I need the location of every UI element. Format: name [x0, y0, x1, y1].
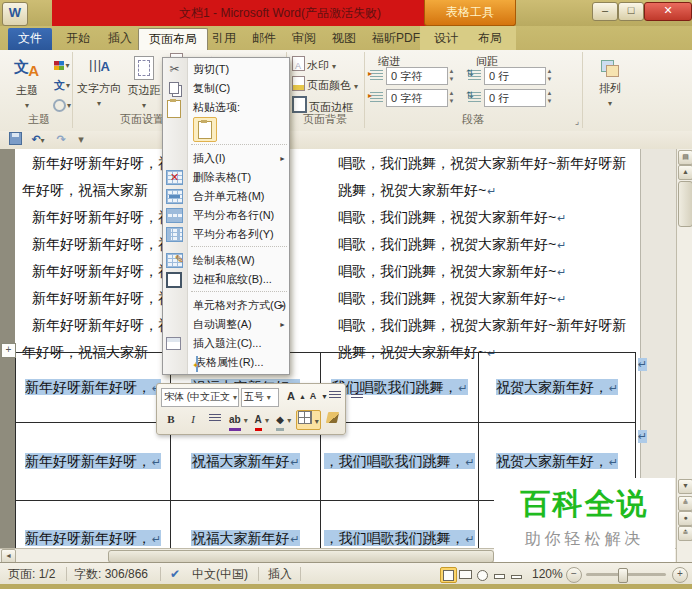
minimize-button[interactable]: –: [592, 2, 618, 21]
close-button[interactable]: ✕: [644, 2, 692, 21]
context-menu-item[interactable]: 复制(C): [163, 79, 289, 98]
tab-1[interactable]: 开始: [56, 28, 100, 50]
indent-left-spinner[interactable]: ▲▼: [446, 67, 457, 85]
next-page-icon[interactable]: ≛: [678, 526, 692, 541]
zoom-out-icon[interactable]: −: [566, 567, 582, 583]
tab-3[interactable]: 页面布局: [138, 28, 208, 51]
themes-button[interactable]: 文A 主题▾: [8, 54, 46, 110]
scroll-left-icon[interactable]: ◄: [1, 549, 16, 562]
context-menu-item[interactable]: 单元格对齐方式(G)►: [163, 296, 289, 315]
title-bar: W 文档1 - Microsoft Word(产品激活失败) 表格工具 – □ …: [0, 0, 692, 26]
vertical-scrollbar[interactable]: ▤ ▲ ▼ ≜ ● ≛: [676, 149, 692, 562]
tab-4[interactable]: 引用: [202, 28, 246, 50]
decrease-indent-icon[interactable]: [325, 387, 345, 407]
table-cell[interactable]: 祝贺大家新年好，↵: [479, 353, 636, 423]
context-menu-item[interactable]: 删除表格(T): [163, 168, 289, 187]
tab-2[interactable]: 插入: [98, 28, 142, 50]
shrink-font-button[interactable]: A▼: [303, 387, 323, 407]
page-color-button[interactable]: 页面颜色 ▾: [292, 76, 358, 95]
text-direction-button[interactable]: 文字方向▾: [76, 54, 122, 108]
context-menu-item[interactable]: 插入题注(C)...: [163, 334, 289, 353]
paste-options-label: 粘贴选项:: [163, 98, 289, 116]
spellcheck-status-icon[interactable]: ✔: [170, 566, 180, 582]
page-indicator[interactable]: 页面: 1/2: [8, 566, 55, 582]
tab-6[interactable]: 审阅: [282, 28, 326, 50]
language-indicator[interactable]: 中文(中国): [192, 566, 248, 582]
outline-view-button[interactable]: [491, 567, 508, 583]
tab-8[interactable]: 福昕PDF: [362, 28, 430, 50]
previous-page-icon[interactable]: ≜: [678, 496, 692, 511]
font-name-select[interactable]: 宋体 (中文正文 ▾: [161, 388, 239, 407]
mini-toolbar: 宋体 (中文正文 ▾ 五号 ▾ A▲ A▼ B I ab ▾ A ▾ ◆ ▾ ▾: [156, 383, 346, 435]
horizontal-scroll-thumb[interactable]: [108, 550, 494, 562]
ruler-toggle-icon[interactable]: ▤: [678, 150, 692, 165]
increase-indent-icon[interactable]: [347, 387, 367, 407]
tab-5[interactable]: 邮件: [242, 28, 286, 50]
keep-source-formatting-paste-icon[interactable]: [193, 117, 217, 142]
word-count[interactable]: 字数: 306/866: [74, 566, 148, 582]
scroll-down-icon[interactable]: ▼: [678, 479, 692, 494]
context-menu-item[interactable]: 自动调整(A)►: [163, 315, 289, 334]
space-after-icon: [468, 92, 481, 103]
space-before-spinner[interactable]: ▲▼: [544, 67, 555, 85]
italic-button[interactable]: I: [183, 410, 203, 430]
bold-button[interactable]: B: [161, 410, 181, 430]
borders-button[interactable]: ▾: [296, 410, 321, 430]
select-browse-object-icon[interactable]: ●: [678, 511, 692, 526]
font-size-select[interactable]: 五号 ▾: [241, 388, 279, 407]
vertical-scroll-thumb[interactable]: [678, 181, 692, 227]
ribbon-group-themes: 文A 主题▾ ▾ 文▾ ▾ 主题: [6, 52, 73, 128]
maximize-button[interactable]: □: [618, 2, 644, 21]
save-button[interactable]: [6, 132, 24, 147]
qat-customize-button[interactable]: ▾: [72, 132, 90, 147]
word-app-icon[interactable]: W: [2, 2, 28, 26]
table-move-handle-icon[interactable]: +: [1, 343, 16, 358]
web-layout-view-button[interactable]: [474, 567, 491, 583]
grow-font-button[interactable]: A▲: [281, 387, 301, 407]
distribute-rows-icon: [166, 208, 183, 223]
watermark-button[interactable]: 水印 ▾: [292, 56, 336, 75]
tab-file[interactable]: 文件: [8, 28, 52, 50]
zoom-level[interactable]: 120%: [532, 566, 563, 582]
margins-button[interactable]: 页边距▾: [124, 54, 164, 110]
arrange-button[interactable]: 排列▾: [592, 56, 628, 108]
table-cell[interactable]: 新年好呀新年好呀，↵: [16, 353, 171, 423]
context-menu-item[interactable]: 插入(I)►: [163, 149, 289, 168]
context-menu-item[interactable]: 表格属性(R)...: [163, 353, 289, 372]
print-layout-view-button[interactable]: [440, 567, 457, 583]
context-menu-item[interactable]: 剪切(T): [163, 60, 289, 79]
zoom-in-icon[interactable]: +: [672, 567, 688, 583]
tab-7[interactable]: 视图: [322, 28, 366, 50]
space-after-spinner[interactable]: ▲▼: [544, 89, 555, 107]
space-after-input[interactable]: 0 行: [484, 89, 546, 107]
theme-fonts-button[interactable]: 文▾: [50, 76, 74, 95]
theme-colors-button[interactable]: ▾: [50, 56, 74, 75]
zoom-slider[interactable]: [586, 573, 666, 576]
indent-left-input[interactable]: 0 字符: [386, 67, 448, 85]
draft-view-button[interactable]: [508, 567, 525, 583]
format-painter-button[interactable]: [323, 410, 343, 430]
contextual-tab-1[interactable]: 设计: [424, 28, 468, 50]
font-color-button[interactable]: A ▾: [252, 410, 272, 430]
watermark-overlay: 百科全说 助你轻松解决: [494, 478, 675, 562]
indent-right-input[interactable]: 0 字符: [386, 89, 448, 107]
zoom-slider-thumb[interactable]: [618, 568, 628, 583]
context-menu-item[interactable]: 边框和底纹(B)...: [163, 270, 289, 289]
context-menu-item[interactable]: 绘制表格(W): [163, 251, 289, 270]
insert-mode-indicator[interactable]: 插入: [268, 566, 292, 582]
shading-button[interactable]: ◆ ▾: [274, 410, 294, 430]
scroll-up-icon[interactable]: ▲: [678, 165, 692, 180]
center-align-icon[interactable]: [205, 410, 225, 430]
undo-button[interactable]: ↶▾: [26, 132, 50, 147]
space-before-input[interactable]: 0 行: [484, 67, 546, 85]
context-menu-item[interactable]: 平均分布各行(N): [163, 206, 289, 225]
context-menu-item[interactable]: 合并单元格(M): [163, 187, 289, 206]
text-highlight-button[interactable]: ab ▾: [227, 410, 250, 430]
full-screen-reading-view-button[interactable]: [457, 567, 474, 583]
indent-right-spinner[interactable]: ▲▼: [446, 89, 457, 107]
paragraph-dialog-launcher-icon[interactable]: ⌟: [575, 116, 579, 126]
contextual-tab-2[interactable]: 布局: [468, 28, 512, 50]
redo-button[interactable]: ↷: [52, 132, 70, 147]
context-menu-item[interactable]: 平均分布各列(Y): [163, 225, 289, 244]
table-cell[interactable]: 新年好呀新年好呀，↵: [16, 423, 171, 501]
